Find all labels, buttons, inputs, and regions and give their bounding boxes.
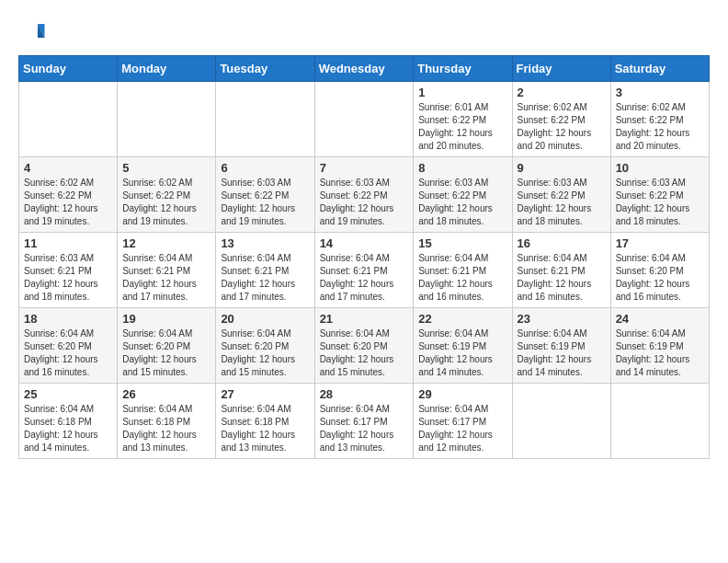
day-info: Sunrise: 6:04 AM Sunset: 6:19 PM Dayligh… — [518, 327, 606, 379]
calendar-cell: 10Sunrise: 6:03 AM Sunset: 6:22 PM Dayli… — [610, 157, 709, 233]
calendar-cell: 29Sunrise: 6:04 AM Sunset: 6:17 PM Dayli… — [414, 384, 512, 459]
calendar-table: SundayMondayTuesdayWednesdayThursdayFrid… — [18, 55, 710, 459]
day-info: Sunrise: 6:04 AM Sunset: 6:19 PM Dayligh… — [418, 327, 506, 379]
day-number: 29 — [418, 387, 506, 401]
day-header-tuesday: Tuesday — [216, 56, 314, 82]
day-info: Sunrise: 6:04 AM Sunset: 6:21 PM Dayligh… — [221, 252, 309, 304]
calendar-cell: 2Sunrise: 6:02 AM Sunset: 6:22 PM Daylig… — [512, 82, 610, 157]
day-number: 14 — [320, 236, 409, 250]
calendar-week-row: 1Sunrise: 6:01 AM Sunset: 6:22 PM Daylig… — [19, 82, 710, 157]
day-number: 11 — [24, 236, 112, 250]
day-number: 28 — [320, 387, 409, 401]
day-info: Sunrise: 6:01 AM Sunset: 6:22 PM Dayligh… — [418, 101, 506, 153]
day-info: Sunrise: 6:03 AM Sunset: 6:22 PM Dayligh… — [518, 177, 606, 228]
day-number: 19 — [122, 312, 210, 326]
day-number: 12 — [122, 236, 210, 250]
day-header-wednesday: Wednesday — [314, 56, 414, 82]
day-info: Sunrise: 6:03 AM Sunset: 6:22 PM Dayligh… — [221, 177, 309, 228]
calendar-cell: 14Sunrise: 6:04 AM Sunset: 6:21 PM Dayli… — [314, 233, 414, 308]
day-number: 10 — [616, 161, 704, 175]
day-number: 8 — [418, 161, 506, 175]
calendar-week-row: 25Sunrise: 6:04 AM Sunset: 6:18 PM Dayli… — [19, 384, 710, 459]
calendar-cell: 5Sunrise: 6:02 AM Sunset: 6:22 PM Daylig… — [118, 157, 216, 233]
day-info: Sunrise: 6:04 AM Sunset: 6:20 PM Dayligh… — [616, 252, 704, 304]
calendar-cell: 7Sunrise: 6:03 AM Sunset: 6:22 PM Daylig… — [314, 157, 414, 233]
calendar-cell: 3Sunrise: 6:02 AM Sunset: 6:22 PM Daylig… — [610, 82, 709, 157]
day-header-sunday: Sunday — [19, 56, 118, 82]
day-info: Sunrise: 6:04 AM Sunset: 6:21 PM Dayligh… — [122, 252, 210, 304]
calendar-week-row: 18Sunrise: 6:04 AM Sunset: 6:20 PM Dayli… — [19, 308, 710, 384]
day-info: Sunrise: 6:04 AM Sunset: 6:21 PM Dayligh… — [320, 252, 409, 304]
day-info: Sunrise: 6:04 AM Sunset: 6:17 PM Dayligh… — [418, 403, 506, 454]
day-info: Sunrise: 6:02 AM Sunset: 6:22 PM Dayligh… — [518, 101, 606, 153]
day-info: Sunrise: 6:04 AM Sunset: 6:18 PM Dayligh… — [24, 403, 112, 454]
day-number: 20 — [221, 312, 309, 326]
calendar-cell: 11Sunrise: 6:03 AM Sunset: 6:21 PM Dayli… — [19, 233, 118, 308]
calendar-cell: 19Sunrise: 6:04 AM Sunset: 6:20 PM Dayli… — [118, 308, 216, 384]
calendar-cell: 4Sunrise: 6:02 AM Sunset: 6:22 PM Daylig… — [19, 157, 118, 233]
page-header — [18, 18, 710, 46]
calendar-header-row: SundayMondayTuesdayWednesdayThursdayFrid… — [19, 56, 710, 82]
day-number: 17 — [616, 236, 704, 250]
day-info: Sunrise: 6:02 AM Sunset: 6:22 PM Dayligh… — [122, 177, 210, 228]
calendar-cell: 21Sunrise: 6:04 AM Sunset: 6:20 PM Dayli… — [314, 308, 414, 384]
day-number: 26 — [122, 387, 210, 401]
calendar-cell: 27Sunrise: 6:04 AM Sunset: 6:18 PM Dayli… — [216, 384, 314, 459]
day-info: Sunrise: 6:03 AM Sunset: 6:22 PM Dayligh… — [320, 177, 409, 228]
day-info: Sunrise: 6:04 AM Sunset: 6:20 PM Dayligh… — [122, 327, 210, 379]
calendar-cell — [610, 384, 709, 459]
calendar-cell: 1Sunrise: 6:01 AM Sunset: 6:22 PM Daylig… — [414, 82, 512, 157]
day-number: 5 — [122, 161, 210, 175]
day-header-friday: Friday — [512, 56, 610, 82]
calendar-cell: 17Sunrise: 6:04 AM Sunset: 6:20 PM Dayli… — [610, 233, 709, 308]
day-info: Sunrise: 6:04 AM Sunset: 6:21 PM Dayligh… — [418, 252, 506, 304]
calendar-cell — [512, 384, 610, 459]
day-number: 23 — [518, 312, 606, 326]
calendar-cell: 6Sunrise: 6:03 AM Sunset: 6:22 PM Daylig… — [216, 157, 314, 233]
calendar-cell — [314, 82, 414, 157]
day-number: 22 — [418, 312, 506, 326]
day-info: Sunrise: 6:04 AM Sunset: 6:20 PM Dayligh… — [24, 327, 112, 379]
day-number: 15 — [418, 236, 506, 250]
day-info: Sunrise: 6:04 AM Sunset: 6:17 PM Dayligh… — [320, 403, 409, 454]
calendar-cell: 18Sunrise: 6:04 AM Sunset: 6:20 PM Dayli… — [19, 308, 118, 384]
day-info: Sunrise: 6:03 AM Sunset: 6:21 PM Dayligh… — [24, 252, 112, 304]
day-info: Sunrise: 6:04 AM Sunset: 6:20 PM Dayligh… — [320, 327, 409, 379]
day-header-monday: Monday — [118, 56, 216, 82]
day-number: 3 — [616, 86, 704, 99]
calendar-cell: 12Sunrise: 6:04 AM Sunset: 6:21 PM Dayli… — [118, 233, 216, 308]
day-info: Sunrise: 6:04 AM Sunset: 6:19 PM Dayligh… — [616, 327, 704, 379]
calendar-cell: 16Sunrise: 6:04 AM Sunset: 6:21 PM Dayli… — [512, 233, 610, 308]
day-number: 13 — [221, 236, 309, 250]
day-info: Sunrise: 6:04 AM Sunset: 6:21 PM Dayligh… — [518, 252, 606, 304]
day-number: 4 — [24, 161, 112, 175]
calendar-cell: 9Sunrise: 6:03 AM Sunset: 6:22 PM Daylig… — [512, 157, 610, 233]
logo-icon — [18, 18, 46, 46]
day-info: Sunrise: 6:04 AM Sunset: 6:18 PM Dayligh… — [221, 403, 309, 454]
day-number: 7 — [320, 161, 409, 175]
day-info: Sunrise: 6:02 AM Sunset: 6:22 PM Dayligh… — [616, 101, 704, 153]
calendar-cell: 26Sunrise: 6:04 AM Sunset: 6:18 PM Dayli… — [118, 384, 216, 459]
day-number: 1 — [418, 86, 506, 99]
calendar-cell: 28Sunrise: 6:04 AM Sunset: 6:17 PM Dayli… — [314, 384, 414, 459]
day-number: 16 — [518, 236, 606, 250]
day-info: Sunrise: 6:03 AM Sunset: 6:22 PM Dayligh… — [616, 177, 704, 228]
day-number: 24 — [616, 312, 704, 326]
day-number: 9 — [518, 161, 606, 175]
calendar-cell: 13Sunrise: 6:04 AM Sunset: 6:21 PM Dayli… — [216, 233, 314, 308]
calendar-cell: 23Sunrise: 6:04 AM Sunset: 6:19 PM Dayli… — [512, 308, 610, 384]
day-info: Sunrise: 6:03 AM Sunset: 6:22 PM Dayligh… — [418, 177, 506, 228]
calendar-cell: 8Sunrise: 6:03 AM Sunset: 6:22 PM Daylig… — [414, 157, 512, 233]
day-number: 21 — [320, 312, 409, 326]
calendar-week-row: 4Sunrise: 6:02 AM Sunset: 6:22 PM Daylig… — [19, 157, 710, 233]
calendar-cell: 20Sunrise: 6:04 AM Sunset: 6:20 PM Dayli… — [216, 308, 314, 384]
calendar-cell — [118, 82, 216, 157]
calendar-week-row: 11Sunrise: 6:03 AM Sunset: 6:21 PM Dayli… — [19, 233, 710, 308]
calendar-cell — [19, 82, 118, 157]
day-info: Sunrise: 6:02 AM Sunset: 6:22 PM Dayligh… — [24, 177, 112, 228]
calendar-cell: 24Sunrise: 6:04 AM Sunset: 6:19 PM Dayli… — [610, 308, 709, 384]
day-number: 25 — [24, 387, 112, 401]
day-number: 6 — [221, 161, 309, 175]
calendar-cell: 15Sunrise: 6:04 AM Sunset: 6:21 PM Dayli… — [414, 233, 512, 308]
day-number: 18 — [24, 312, 112, 326]
